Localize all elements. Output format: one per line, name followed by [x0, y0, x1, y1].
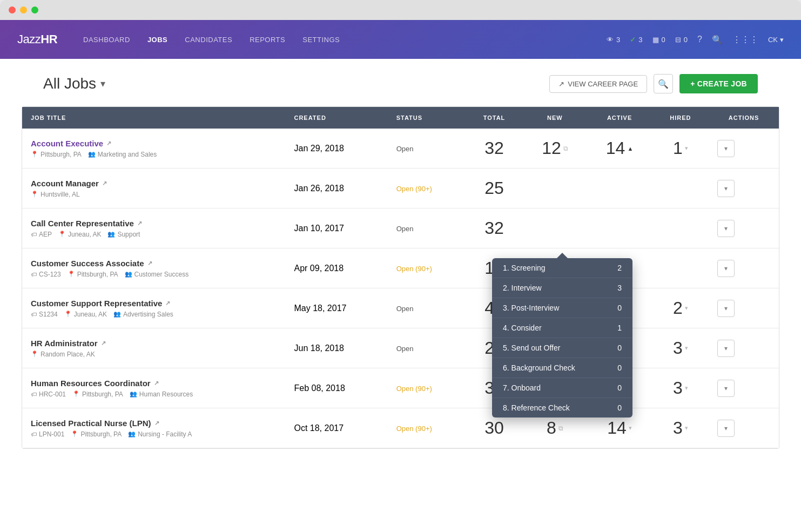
job-title-link[interactable]: HR Administrator ↗ — [31, 339, 106, 348]
hired-dropdown-chevron[interactable]: ▾ — [685, 145, 688, 152]
hired-count-cell: 3 ▾ — [661, 418, 701, 438]
stage-count: 1 — [617, 324, 622, 332]
dropdown-stage-item[interactable]: 3. Post-Interview 0 — [492, 298, 632, 318]
copy-icon[interactable]: ⧉ — [563, 145, 568, 152]
meta-text: Human Resources — [139, 390, 193, 398]
actions-dropdown-button[interactable]: ▾ — [717, 340, 735, 357]
meta-icon: 🏷 — [31, 431, 37, 437]
new-cell — [523, 208, 587, 248]
external-link-icon: ↗ — [558, 80, 564, 88]
meta-icon: 🏷 — [31, 391, 37, 398]
active-cell[interactable] — [587, 169, 652, 208]
new-cell — [523, 169, 587, 208]
dropdown-stage-item[interactable]: 6. Background Check 0 — [492, 358, 632, 378]
nav-reports[interactable]: REPORTS — [250, 36, 285, 44]
nav-settings[interactable]: SETTINGS — [302, 36, 340, 44]
job-title-cell: Account Executive ↗ 📍 Pittsburgh, PA 👥 M… — [22, 129, 285, 169]
logo[interactable]: JazzHR — [17, 32, 57, 46]
external-link-icon[interactable]: ↗ — [154, 380, 159, 387]
user-menu[interactable]: CK ▾ — [768, 36, 784, 44]
meta-icon: 👥 — [128, 430, 136, 437]
external-link-icon[interactable]: ↗ — [147, 260, 152, 267]
active-count-cell-trigger[interactable]: 14▲ — [596, 138, 644, 158]
status-cell: Open (90+) — [388, 368, 466, 408]
external-link-icon[interactable]: ↗ — [106, 140, 111, 147]
job-title-link[interactable]: Call Center Representative ↗ — [31, 219, 142, 228]
nav-eye-badge[interactable]: 👁 3 — [607, 36, 620, 44]
grid-icon[interactable]: ⋮⋮⋮ — [732, 35, 758, 45]
meta-icon: 📍 — [31, 351, 38, 358]
check-count: 3 — [638, 36, 642, 44]
active-dropdown-chevron[interactable]: ▾ — [629, 425, 632, 432]
job-title-link[interactable]: Human Resources Coordinator ↗ — [31, 379, 159, 388]
actions-dropdown-button[interactable]: ▾ — [717, 380, 735, 397]
stage-count: 2 — [617, 264, 622, 272]
hired-dropdown-chevron[interactable]: ▾ — [685, 345, 688, 352]
stage-count: 3 — [617, 284, 622, 292]
meta-text: Pittsburgh, PA — [82, 390, 123, 398]
active-cell[interactable]: 14▲ — [587, 129, 652, 169]
col-active[interactable]: ACTIVE — [587, 107, 652, 129]
actions-dropdown-button[interactable]: ▾ — [717, 420, 735, 437]
hired-dropdown-chevron[interactable]: ▾ — [685, 305, 688, 312]
nav-dashboard[interactable]: DASHBOARD — [83, 36, 130, 44]
actions-dropdown-button[interactable]: ▾ — [717, 260, 735, 277]
active-dropdown-arrow[interactable]: ▲ — [627, 145, 633, 152]
external-link-icon[interactable]: ↗ — [101, 340, 106, 347]
hired-dropdown-chevron[interactable]: ▾ — [685, 385, 688, 392]
actions-dropdown-button[interactable]: ▾ — [717, 300, 735, 317]
search-icon[interactable]: 🔍 — [712, 35, 723, 45]
col-status[interactable]: STATUS — [388, 107, 466, 129]
job-title-link[interactable]: Licensed Practical Nurse (LPN) ↗ — [31, 419, 159, 428]
nav-check-badge[interactable]: ✓ 3 — [630, 36, 642, 44]
nav-inbox-badge[interactable]: ⊟ 0 — [675, 36, 688, 44]
external-link-icon[interactable]: ↗ — [137, 220, 142, 227]
job-title-cell: Account Manager ↗ 📍 Huntsville, AL — [22, 169, 285, 208]
page-title-dropdown[interactable]: ▾ — [100, 78, 105, 90]
external-link-icon[interactable]: ↗ — [165, 300, 170, 307]
minimize-button[interactable] — [20, 6, 27, 14]
job-title-cell: HR Administrator ↗ 📍 Random Place, AK — [22, 328, 285, 368]
new-cell: 12 ⧉ — [523, 129, 587, 169]
col-created[interactable]: CREATED — [285, 107, 387, 129]
col-hired[interactable]: HIRED — [652, 107, 709, 129]
external-link-icon[interactable]: ↗ — [102, 180, 107, 187]
job-title-link[interactable]: Customer Success Associate ↗ — [31, 259, 152, 268]
view-career-button[interactable]: ↗ VIEW CAREER PAGE — [549, 75, 647, 93]
stage-label: 8. Reference Check — [503, 403, 570, 412]
actions-cell: ▾ — [709, 129, 779, 169]
job-title-link[interactable]: Account Executive ↗ — [31, 139, 111, 148]
dropdown-stage-item[interactable]: 5. Send out Offer 0 — [492, 338, 632, 358]
actions-dropdown-button[interactable]: ▾ — [717, 180, 735, 197]
hired-dropdown-chevron[interactable]: ▾ — [685, 425, 688, 432]
dropdown-stage-item[interactable]: 1. Screening 2 — [492, 258, 632, 278]
col-job-title[interactable]: JOB TITLE — [22, 107, 285, 129]
active-cell[interactable] — [587, 208, 652, 248]
nav-jobs[interactable]: JOBS — [147, 36, 167, 44]
external-link-icon[interactable]: ↗ — [154, 420, 159, 427]
job-title-link[interactable]: Account Manager ↗ — [31, 179, 107, 188]
col-total[interactable]: TOTAL — [466, 107, 523, 129]
actions-cell: ▾ — [709, 169, 779, 208]
close-button[interactable] — [9, 6, 16, 14]
help-icon[interactable]: ? — [697, 35, 702, 44]
new-count: 8 — [547, 418, 556, 438]
nav-calendar-badge[interactable]: ▦ 0 — [652, 36, 665, 44]
job-title-link[interactable]: Customer Support Representative ↗ — [31, 299, 170, 308]
dropdown-stage-item[interactable]: 2. Interview 3 — [492, 278, 632, 298]
dropdown-stage-item[interactable]: 8. Reference Check 0 — [492, 398, 632, 417]
col-new[interactable]: NEW — [523, 107, 587, 129]
create-job-button[interactable]: + CREATE JOB — [679, 74, 758, 93]
dropdown-stage-item[interactable]: 7. Onboard 0 — [492, 378, 632, 398]
job-meta-item: 👥 Customer Success — [125, 271, 189, 278]
hired-cell: 3 ▾ — [652, 408, 709, 448]
copy-icon[interactable]: ⧉ — [558, 425, 563, 432]
dropdown-stage-item[interactable]: 4. Consider 1 — [492, 318, 632, 338]
actions-dropdown-button[interactable]: ▾ — [717, 140, 735, 157]
status-badge: Open — [396, 225, 414, 233]
maximize-button[interactable] — [31, 6, 38, 14]
nav-candidates[interactable]: CANDIDATES — [185, 36, 232, 44]
actions-dropdown-button[interactable]: ▾ — [717, 220, 735, 237]
table-body: Account Executive ↗ 📍 Pittsburgh, PA 👥 M… — [22, 129, 779, 448]
search-button[interactable]: 🔍 — [654, 74, 673, 93]
